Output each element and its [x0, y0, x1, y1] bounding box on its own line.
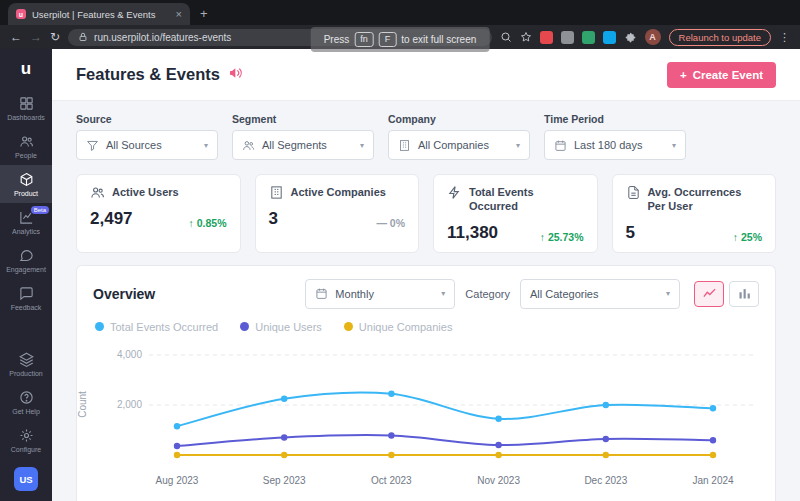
extension-icon-green[interactable]: [582, 31, 595, 44]
lightning-icon: [447, 185, 462, 200]
tab-strip: u Userpilot | Features & Events × +: [0, 0, 800, 25]
stat-label: Active Companies: [291, 186, 386, 200]
overview-card: Overview Monthly ▾ Category All Categori…: [76, 265, 776, 501]
new-tab-button[interactable]: +: [200, 6, 208, 21]
legend-label: Total Events Occurred: [110, 321, 218, 333]
stat-card-total-events: Total Events Occurred 11,380 ↑ 25.73%: [433, 174, 598, 253]
chart-legend: Total Events Occurred Unique Users Uniqu…: [77, 315, 775, 335]
sidebar-item-label: Get Help: [12, 408, 40, 415]
sidebar-item-label: Engagement: [6, 266, 46, 273]
create-event-label: Create Event: [693, 69, 763, 81]
extension-icon-red[interactable]: [540, 31, 553, 44]
bar-chart-toggle-button[interactable]: [729, 281, 759, 307]
browser-tab[interactable]: u Userpilot | Features & Events ×: [8, 3, 190, 25]
chevron-down-icon: ▾: [666, 289, 670, 298]
overview-header: Overview Monthly ▾ Category All Categori…: [77, 266, 775, 315]
overview-chart: 2,0004,000Aug 2023Sep 2023Oct 2023Nov 20…: [103, 341, 763, 491]
stat-label: Avg. Occurrences Per User: [648, 186, 763, 214]
sidebar-item-dashboards[interactable]: Dashboards: [0, 89, 52, 127]
lock-icon: [78, 32, 88, 42]
sidebar-item-engagement[interactable]: Engagement: [0, 241, 52, 279]
profile-avatar[interactable]: A: [645, 29, 661, 45]
beta-badge: Beta: [31, 206, 49, 214]
create-event-button[interactable]: + Create Event: [667, 62, 776, 88]
sidebar-item-configure[interactable]: Configure: [0, 421, 52, 459]
building-icon: [269, 185, 284, 200]
filter-label: Company: [388, 113, 530, 125]
filter-company: Company All Companies ▾: [388, 113, 530, 160]
extension-icon-gray[interactable]: [561, 31, 574, 44]
reload-icon[interactable]: ↻: [50, 31, 60, 43]
time-period-select[interactable]: Last 180 days ▾: [544, 130, 686, 160]
workspace-avatar[interactable]: US: [14, 467, 38, 491]
sidebar: u Dashboards People Product Beta Analyti…: [0, 49, 52, 501]
legend-item-total-events[interactable]: Total Events Occurred: [95, 321, 218, 333]
filter-source: Source All Sources ▾: [76, 113, 218, 160]
svg-text:Aug 2023: Aug 2023: [156, 475, 199, 486]
sidebar-item-production[interactable]: Production: [0, 345, 52, 383]
screen: u Userpilot | Features & Events × + ← → …: [0, 0, 800, 501]
stats-row: Active Users 2,497 ↑ 0.85% Active Compan…: [52, 164, 800, 261]
stat-change: — 0%: [376, 217, 405, 229]
y-axis-label: Count: [77, 391, 88, 418]
sidebar-item-label: Analytics: [12, 228, 40, 235]
select-value: All Sources: [106, 139, 162, 151]
overview-title: Overview: [93, 286, 155, 302]
back-icon[interactable]: ←: [10, 31, 22, 43]
fn-keycap: fn: [354, 32, 374, 47]
megaphone-icon: [228, 65, 244, 85]
filter-label: Time Period: [544, 113, 686, 125]
stat-card-avg-occurrences: Avg. Occurrences Per User 5 ↑ 25%: [612, 174, 777, 253]
stat-label: Total Events Occurred: [469, 186, 584, 214]
source-select[interactable]: All Sources ▾: [76, 130, 218, 160]
app: u Dashboards People Product Beta Analyti…: [0, 49, 800, 501]
svg-text:Nov 2023: Nov 2023: [477, 475, 520, 486]
company-select[interactable]: All Companies ▾: [388, 130, 530, 160]
users-icon: [90, 185, 105, 200]
legend-dot: [240, 322, 249, 331]
sidebar-item-feedback[interactable]: Feedback: [0, 279, 52, 317]
bookmark-star-icon[interactable]: [520, 31, 532, 43]
puzzle-extensions-icon[interactable]: [624, 31, 637, 44]
select-value: All Categories: [530, 288, 598, 300]
main-content: Features & Events + Create Event Source …: [52, 49, 800, 501]
people-icon: [19, 134, 34, 149]
sidebar-item-analytics[interactable]: Beta Analytics: [0, 203, 52, 241]
page-header: Features & Events + Create Event: [52, 49, 800, 101]
relaunch-to-update-button[interactable]: Relaunch to update: [669, 29, 771, 46]
stat-card-active-companies: Active Companies 3 — 0%: [255, 174, 420, 253]
chevron-down-icon: ▾: [516, 141, 520, 150]
funnel-icon: [86, 139, 99, 152]
userpilot-logo[interactable]: u: [21, 59, 31, 79]
legend-item-unique-companies[interactable]: Unique Companies: [344, 321, 453, 333]
filter-bar: Source All Sources ▾ Segment All Segment…: [52, 101, 800, 164]
legend-item-unique-users[interactable]: Unique Users: [240, 321, 322, 333]
browser-menu-icon[interactable]: ⋮: [779, 31, 790, 44]
filter-segment: Segment All Segments ▾: [232, 113, 374, 160]
message-square-icon: [19, 286, 34, 301]
period-select[interactable]: Monthly ▾: [305, 279, 455, 309]
chevron-down-icon: ▾: [441, 289, 445, 298]
f-keycap: F: [379, 32, 397, 47]
category-select[interactable]: All Categories ▾: [520, 279, 680, 309]
stat-value: 5: [626, 223, 635, 243]
sidebar-item-people[interactable]: People: [0, 127, 52, 165]
filter-label: Segment: [232, 113, 374, 125]
line-chart-toggle-button[interactable]: [694, 281, 724, 307]
sidebar-item-get-help[interactable]: Get Help: [0, 383, 52, 421]
document-icon: [626, 185, 641, 200]
bar-chart-icon: [737, 286, 752, 301]
segment-select[interactable]: All Segments ▾: [232, 130, 374, 160]
forward-icon[interactable]: →: [30, 31, 42, 43]
extension-icon-blue[interactable]: [603, 31, 616, 44]
svg-text:Jan 2024: Jan 2024: [692, 475, 734, 486]
close-tab-icon[interactable]: ×: [176, 8, 182, 20]
filter-label: Source: [76, 113, 218, 125]
sidebar-item-label: Product: [14, 190, 38, 197]
tab-title: Userpilot | Features & Events: [32, 9, 170, 20]
search-icon[interactable]: [500, 31, 512, 43]
select-value: Last 180 days: [574, 139, 643, 151]
gear-icon: [19, 428, 34, 443]
chat-bubble-icon: [19, 248, 34, 263]
sidebar-item-product[interactable]: Product: [0, 165, 52, 203]
